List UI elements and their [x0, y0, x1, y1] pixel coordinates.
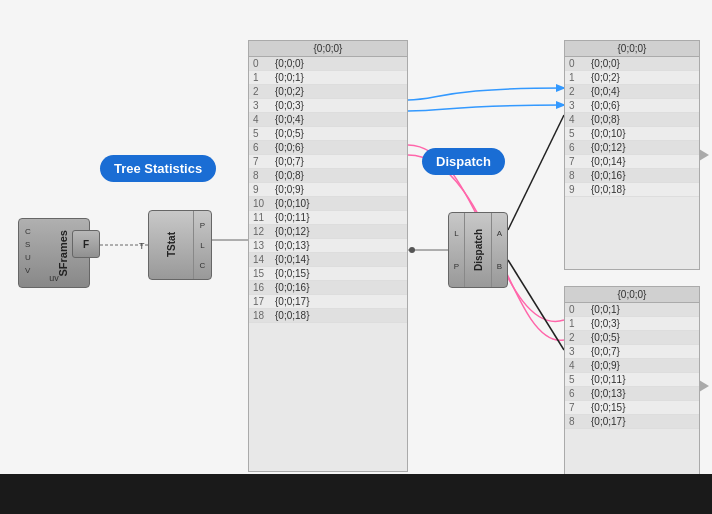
- row-index: 7: [569, 156, 591, 167]
- main-panel-row: 15{0;0;15}: [249, 267, 407, 281]
- main-panel-row: 9{0;0;9}: [249, 183, 407, 197]
- right-top-rows: 0{0;0;0}1{0;0;2}2{0;0;4}3{0;0;6}4{0;0;8}…: [565, 57, 699, 197]
- dispatch-node[interactable]: L P Dispatch A B: [448, 212, 508, 288]
- right-bottom-header: {0;0;0}: [565, 287, 699, 303]
- row-value: {0;0;5}: [275, 128, 403, 139]
- row-value: {0;0;11}: [275, 212, 403, 223]
- main-panel-row: 12{0;0;12}: [249, 225, 407, 239]
- f-node[interactable]: F: [72, 230, 100, 258]
- row-index: 8: [253, 170, 275, 181]
- main-panel-row: 6{0;0;6}: [249, 141, 407, 155]
- row-value: {0;0;8}: [275, 170, 403, 181]
- row-value: {0;0;7}: [591, 346, 695, 357]
- row-index: 5: [569, 128, 591, 139]
- main-panel-row: 13{0;0;13}: [249, 239, 407, 253]
- canvas: C S U V SFrames uv F Tree Statistics T T…: [0, 0, 712, 514]
- row-index: 5: [569, 374, 591, 385]
- tstat-port-p: P: [200, 221, 205, 230]
- row-index: 3: [569, 100, 591, 111]
- main-panel-row: 4{0;0;4}: [249, 113, 407, 127]
- row-index: 9: [253, 184, 275, 195]
- row-index: 2: [569, 86, 591, 97]
- right-top-row: 4{0;0;8}: [565, 113, 699, 127]
- row-index: 16: [253, 282, 275, 293]
- dispatch-port-p: P: [454, 262, 459, 271]
- row-value: {0;0;1}: [591, 304, 695, 315]
- right-top-row: 3{0;0;6}: [565, 99, 699, 113]
- right-bottom-row: 6{0;0;13}: [565, 387, 699, 401]
- right-top-row: 7{0;0;14}: [565, 155, 699, 169]
- row-index: 9: [569, 184, 591, 195]
- tstat-port-c: C: [200, 261, 206, 270]
- main-panel-row: 7{0;0;7}: [249, 155, 407, 169]
- row-index: 2: [569, 332, 591, 343]
- row-value: {0;0;2}: [275, 86, 403, 97]
- right-top-row: 0{0;0;0}: [565, 57, 699, 71]
- right-bottom-row: 3{0;0;7}: [565, 345, 699, 359]
- port-v: V: [25, 266, 31, 275]
- right-top-arrow: [699, 149, 709, 161]
- main-panel-header: {0;0;0}: [249, 41, 407, 57]
- right-top-row: 6{0;0;12}: [565, 141, 699, 155]
- row-value: {0;0;3}: [591, 318, 695, 329]
- row-index: 0: [569, 304, 591, 315]
- row-value: {0;0;4}: [275, 114, 403, 125]
- main-panel-row: 17{0;0;17}: [249, 295, 407, 309]
- row-index: 1: [253, 72, 275, 83]
- right-bottom-rows: 0{0;0;1}1{0;0;3}2{0;0;5}3{0;0;7}4{0;0;9}…: [565, 303, 699, 429]
- sframes-label: SFrames: [57, 230, 69, 276]
- dispatch-port-b: B: [497, 262, 502, 271]
- row-index: 8: [569, 170, 591, 181]
- main-panel-row: 0{0;0;0}: [249, 57, 407, 71]
- right-bottom-row: 4{0;0;9}: [565, 359, 699, 373]
- row-index: 18: [253, 310, 275, 321]
- right-top-row: 8{0;0;16}: [565, 169, 699, 183]
- right-top-row: 5{0;0;10}: [565, 127, 699, 141]
- dispatch-main-label: Dispatch: [465, 213, 491, 287]
- main-panel-row: 11{0;0;11}: [249, 211, 407, 225]
- row-index: 10: [253, 198, 275, 209]
- row-index: 8: [569, 416, 591, 427]
- main-panel-row: 5{0;0;5}: [249, 127, 407, 141]
- row-value: {0;0;16}: [591, 170, 695, 181]
- row-value: {0;0;4}: [591, 86, 695, 97]
- row-index: 13: [253, 240, 275, 251]
- right-panel-top: {0;0;0} 0{0;0;0}1{0;0;2}2{0;0;4}3{0;0;6}…: [564, 40, 700, 270]
- main-panel-rows: 0{0;0;0}1{0;0;1}2{0;0;2}3{0;0;3}4{0;0;4}…: [249, 57, 407, 323]
- right-bottom-arrow: [699, 380, 709, 392]
- row-index: 6: [253, 142, 275, 153]
- right-top-row: 1{0;0;2}: [565, 71, 699, 85]
- row-value: {0;0;18}: [591, 184, 695, 195]
- row-index: 6: [569, 388, 591, 399]
- row-value: {0;0;9}: [591, 360, 695, 371]
- main-panel-row: 2{0;0;2}: [249, 85, 407, 99]
- port-c: C: [25, 227, 31, 236]
- port-u: U: [25, 253, 31, 262]
- main-panel-row: 18{0;0;18}: [249, 309, 407, 323]
- row-value: {0;0;17}: [275, 296, 403, 307]
- row-index: 15: [253, 268, 275, 279]
- row-index: 7: [253, 156, 275, 167]
- port-s: S: [25, 240, 31, 249]
- main-panel-row: 1{0;0;1}: [249, 71, 407, 85]
- svg-line-5: [508, 260, 564, 350]
- row-index: 0: [569, 58, 591, 69]
- right-top-row: 2{0;0;4}: [565, 85, 699, 99]
- row-value: {0;0;5}: [591, 332, 695, 343]
- row-index: 3: [569, 346, 591, 357]
- tree-statistics-label: Tree Statistics: [114, 161, 202, 176]
- row-value: {0;0;10}: [591, 128, 695, 139]
- main-panel-row: 8{0;0;8}: [249, 169, 407, 183]
- dispatch-port-l: L: [454, 229, 458, 238]
- row-index: 1: [569, 318, 591, 329]
- right-top-row: 9{0;0;18}: [565, 183, 699, 197]
- row-value: {0;0;15}: [591, 402, 695, 413]
- row-value: {0;0;6}: [591, 100, 695, 111]
- tstat-port-l: L: [200, 241, 204, 250]
- row-index: 5: [253, 128, 275, 139]
- row-index: 4: [569, 114, 591, 125]
- f-label: F: [83, 239, 89, 250]
- row-value: {0;0;3}: [275, 100, 403, 111]
- row-value: {0;0;6}: [275, 142, 403, 153]
- tstat-node[interactable]: T TStat P L C: [148, 210, 212, 280]
